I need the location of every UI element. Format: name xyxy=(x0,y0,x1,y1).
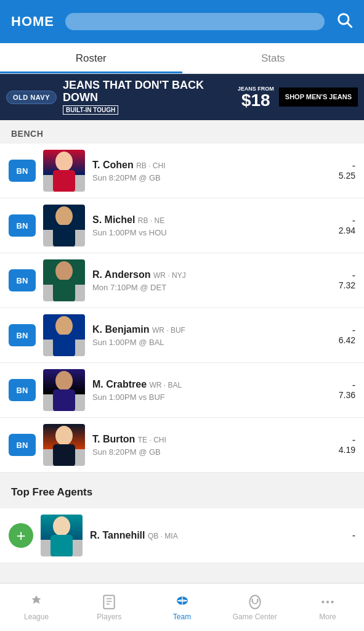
table-row[interactable]: BN T. Burton TE · CHI Sun 8:20PM @ GB - … xyxy=(0,418,364,473)
bn-button[interactable]: BN xyxy=(9,160,36,182)
player-game-time: Sun 8:20PM @ GB xyxy=(92,447,328,457)
svg-point-22 xyxy=(249,595,260,609)
player-game-time: Mon 7:10PM @ DET xyxy=(92,283,328,292)
table-row[interactable]: BN S. Michel RB · NE Sun 1:00PM vs HOU -… xyxy=(0,198,364,253)
player-name: S. Michel xyxy=(92,214,135,225)
nav-item-more[interactable]: More xyxy=(291,584,364,631)
nav-item-players[interactable]: Players xyxy=(73,584,145,631)
svg-point-14 xyxy=(53,516,70,536)
svg-point-27 xyxy=(331,600,333,603)
gamecenter-icon xyxy=(247,594,263,610)
player-score: - 4.19 xyxy=(328,435,355,455)
bn-button[interactable]: BN xyxy=(9,214,36,237)
svg-point-26 xyxy=(326,600,329,603)
player-info: T. Cohen RB · CHI Sun 8:20PM @ GB xyxy=(92,159,328,182)
svg-rect-9 xyxy=(53,335,75,356)
svg-point-8 xyxy=(55,316,73,336)
player-name: M. Crabtree xyxy=(92,379,147,389)
player-score: - 2.94 xyxy=(328,216,355,235)
avatar xyxy=(43,259,85,301)
nav-item-gamecenter[interactable]: Game Center xyxy=(219,584,291,631)
svg-rect-16 xyxy=(104,595,115,609)
bn-button[interactable]: BN xyxy=(9,379,36,401)
nav-item-league[interactable]: League xyxy=(0,584,73,631)
avatar xyxy=(43,424,85,466)
svg-point-10 xyxy=(55,371,73,391)
svg-line-1 xyxy=(347,23,351,26)
list-item[interactable]: + R. Tannehill QB · MIA - xyxy=(0,508,364,563)
player-name: T. Burton xyxy=(92,434,135,444)
team-icon xyxy=(174,594,190,610)
player-position: TE · CHI xyxy=(138,436,166,444)
svg-rect-3 xyxy=(53,170,75,192)
player-name: R. Tannehill xyxy=(90,530,145,540)
bench-players-list: BN T. Cohen RB · CHI Sun 8:20PM @ GB - 5… xyxy=(0,144,364,473)
player-info: R. Tannehill QB · MIA xyxy=(90,529,328,542)
nav-label-league: League xyxy=(24,613,49,621)
svg-rect-5 xyxy=(53,225,75,246)
player-game-time: Sun 1:00PM @ BAL xyxy=(92,338,328,347)
player-position: QB · MIA xyxy=(148,532,178,540)
ad-price: JEANS FROM $18 xyxy=(233,86,279,109)
player-info: S. Michel RB · NE Sun 1:00PM vs HOU xyxy=(92,214,328,237)
nav-label-gamecenter: Game Center xyxy=(233,613,277,621)
svg-rect-13 xyxy=(53,444,75,466)
avatar xyxy=(43,314,85,356)
nav-label-team: Team xyxy=(173,613,191,621)
avatar xyxy=(43,150,85,192)
table-row[interactable]: BN T. Cohen RB · CHI Sun 8:20PM @ GB - 5… xyxy=(0,144,364,198)
player-info: M. Crabtree WR · BAL Sun 1:00PM vs BUF xyxy=(92,378,328,402)
league-icon xyxy=(28,594,44,610)
tab-stats[interactable]: Stats xyxy=(182,43,365,73)
player-position: WR · BUF xyxy=(152,326,185,335)
ad-cta[interactable]: SHOP MEN'S JEANS xyxy=(279,88,358,106)
svg-point-6 xyxy=(55,261,73,281)
search-bar[interactable] xyxy=(65,13,325,30)
ad-text: JEANS THAT DON'T BACK DOWN BUILT-IN TOUG… xyxy=(57,79,233,115)
free-agents-list: + R. Tannehill QB · MIA - xyxy=(0,508,364,563)
tabs-bar: Roster Stats xyxy=(0,43,364,74)
add-player-button[interactable]: + xyxy=(9,523,33,548)
svg-rect-11 xyxy=(53,389,75,411)
avatar xyxy=(41,515,83,556)
more-icon xyxy=(320,594,336,610)
header-title: HOME xyxy=(11,14,54,30)
table-row[interactable]: BN M. Crabtree WR · BAL Sun 1:00PM vs BU… xyxy=(0,363,364,418)
avatar xyxy=(43,205,85,246)
player-score: - xyxy=(328,531,355,540)
svg-point-2 xyxy=(55,152,73,171)
nav-label-players: Players xyxy=(97,613,121,621)
nav-item-team[interactable]: Team xyxy=(145,584,218,631)
player-name: K. Benjamin xyxy=(92,324,149,335)
tab-roster[interactable]: Roster xyxy=(0,43,182,73)
avatar xyxy=(43,369,85,411)
search-icon[interactable] xyxy=(336,11,353,33)
svg-point-4 xyxy=(55,206,73,226)
player-position: RB · CHI xyxy=(136,161,165,170)
ad-brand: OLD NAVY xyxy=(6,91,57,104)
player-score: - 6.42 xyxy=(328,325,355,345)
bn-button[interactable]: BN xyxy=(9,324,36,346)
player-score: - 7.36 xyxy=(328,380,355,400)
player-game-time: Sun 8:20PM @ GB xyxy=(92,173,328,182)
bench-label: BENCH xyxy=(0,120,364,144)
bn-button[interactable]: BN xyxy=(9,269,36,291)
app-header: HOME xyxy=(0,0,364,43)
player-position: WR · NYJ xyxy=(153,271,186,280)
nav-label-more: More xyxy=(319,613,336,621)
bn-button[interactable]: BN xyxy=(9,434,36,456)
svg-point-12 xyxy=(55,426,73,446)
ad-banner[interactable]: OLD NAVY JEANS THAT DON'T BACK DOWN BUIL… xyxy=(0,74,364,120)
player-info: K. Benjamin WR · BUF Sun 1:00PM @ BAL xyxy=(92,324,328,347)
free-agents-label: Top Free Agents xyxy=(0,478,364,503)
svg-rect-15 xyxy=(51,535,73,556)
table-row[interactable]: BN R. Anderson WR · NYJ Mon 7:10PM @ DET… xyxy=(0,253,364,308)
player-name: R. Anderson xyxy=(92,269,151,280)
player-score: - 7.32 xyxy=(328,271,355,290)
player-position: RB · NE xyxy=(138,216,164,225)
player-score: - 5.25 xyxy=(328,161,355,181)
table-row[interactable]: BN K. Benjamin WR · BUF Sun 1:00PM @ BAL… xyxy=(0,308,364,363)
player-game-time: Sun 1:00PM vs HOU xyxy=(92,228,328,237)
player-game-time: Sun 1:00PM vs BUF xyxy=(92,393,328,402)
svg-point-25 xyxy=(322,600,324,603)
